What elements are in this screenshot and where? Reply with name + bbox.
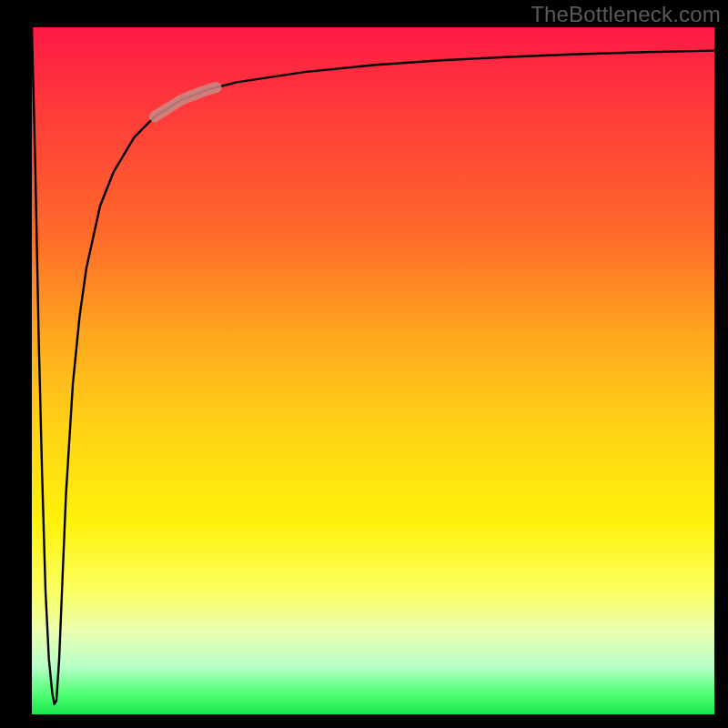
rose-segment-highlight bbox=[155, 87, 217, 116]
curve-layer bbox=[32, 27, 714, 714]
chart-frame: TheBottleneck.com bbox=[0, 0, 728, 728]
watermark-text: TheBottleneck.com bbox=[531, 2, 721, 27]
bottleneck-curve bbox=[32, 27, 714, 704]
plot-area bbox=[32, 27, 714, 714]
